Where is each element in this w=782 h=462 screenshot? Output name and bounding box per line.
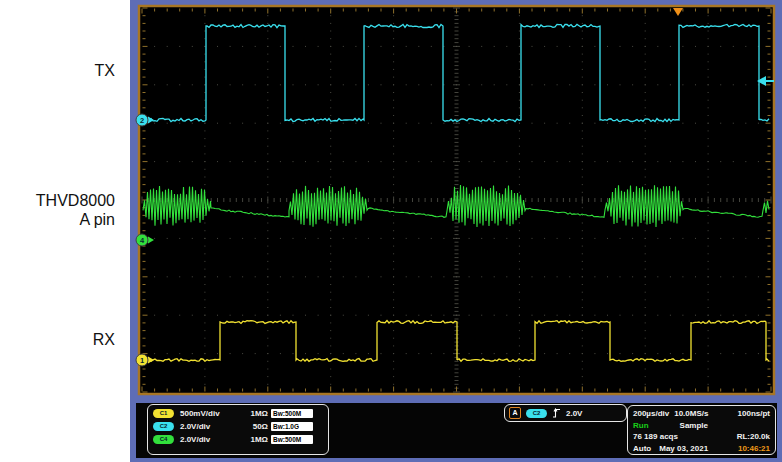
- acquisition-box[interactable]: 200µs/div 10.0MS/s 100ns/pt Run Sample 7…: [627, 405, 776, 455]
- ch2-scale: 2.0V/div: [180, 422, 242, 431]
- trigger-level-value: 2.0V: [566, 409, 582, 418]
- record-length: RL:20.0k: [737, 432, 770, 441]
- trigger-source-badge: C2: [526, 409, 547, 418]
- sample-interval-value: 100ns/pt: [738, 409, 770, 418]
- ch4-impedance: 1MΩ: [242, 435, 268, 444]
- ch1-badge[interactable]: C1: [153, 409, 174, 418]
- date-value: May 03, 2021: [659, 444, 708, 453]
- ch4-badge[interactable]: C4: [153, 435, 174, 444]
- rising-edge-icon: [552, 408, 561, 419]
- ch2-bandwidth: Bw:1.0G: [271, 422, 313, 431]
- ch4-scale: 2.0V/div: [180, 435, 242, 444]
- acquisition-count: 76 189 acqs: [633, 432, 678, 441]
- trigger-readout-box[interactable]: A C2 2.0V: [504, 404, 627, 422]
- ch1-impedance: 1MΩ: [242, 409, 268, 418]
- timebase-value: 200µs/div: [633, 409, 669, 418]
- page: TX THVD8000 A pin RX 241 C1 500mV/div 1M…: [0, 0, 782, 462]
- ch2-impedance: 50Ω: [242, 422, 268, 431]
- ch1-bandwidth: Bw:500M: [271, 409, 313, 418]
- channel-settings-box: C1 500mV/div 1MΩ Bw:500M C2 2.0V/div 50Ω…: [147, 404, 329, 455]
- channel-1-marker-label: 1: [140, 356, 144, 365]
- channel-row-c1[interactable]: C1 500mV/div 1MΩ Bw:500M: [148, 407, 328, 420]
- acquisition-mode: Sample: [680, 421, 708, 430]
- run-state: Run: [633, 421, 649, 430]
- ch1-scale: 500mV/div: [180, 409, 242, 418]
- trigger-mode: Auto: [633, 444, 651, 453]
- ch2-badge[interactable]: C2: [153, 422, 174, 431]
- sample-rate-value: 10.0MS/s: [674, 409, 708, 418]
- oscilloscope-window: 241 C1 500mV/div 1MΩ Bw:500M C2 2.0V/div…: [130, 0, 782, 462]
- channel-row-c4[interactable]: C4 2.0V/div 1MΩ Bw:500M: [148, 433, 328, 446]
- channel-2-marker-label: 2: [140, 116, 144, 125]
- channel-row-c2[interactable]: C2 2.0V/div 50Ω Bw:1.0G: [148, 420, 328, 433]
- trigger-sequence-badge: A: [509, 407, 521, 419]
- ch4-bandwidth: Bw:500M: [271, 435, 313, 444]
- scope-screen[interactable]: 241: [0, 0, 782, 462]
- time-value: 10:46:21: [738, 444, 770, 453]
